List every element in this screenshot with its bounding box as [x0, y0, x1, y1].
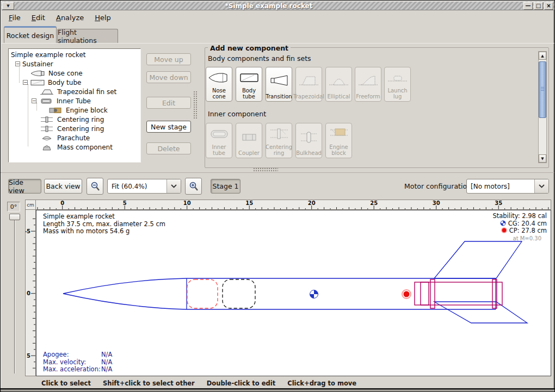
tree-item-inner-tube[interactable]: − Inner Tube — [9, 96, 140, 105]
title-bar[interactable]: ▼ *Simple example rocket — □ × — [2, 2, 554, 10]
zoom-select[interactable]: Fit (60.4%) — [107, 179, 181, 194]
elliptical-fin-icon — [326, 67, 351, 94]
scroll-down-icon[interactable]: ▼ — [539, 154, 546, 163]
palette-coupler-button[interactable]: Coupler — [236, 123, 262, 158]
tree-collapse-icon[interactable]: − — [23, 80, 28, 85]
fin-top-outline — [434, 241, 522, 278]
tree-connector — [19, 66, 20, 83]
max-velocity-label: Max. velocity: — [43, 359, 101, 366]
back-view-button[interactable]: Back view — [44, 179, 82, 194]
tree-label: Simple example rocket — [11, 51, 85, 59]
rocket-name: Simple example rocket — [43, 213, 165, 221]
tree-item-fin-set[interactable]: Trapezoidal fin set — [9, 87, 140, 96]
palette-transition-button[interactable]: Transition — [266, 67, 292, 102]
side-view-button[interactable]: Side view — [8, 179, 41, 194]
rotation-slider-track[interactable] — [14, 215, 15, 374]
menu-file[interactable]: File — [4, 12, 26, 23]
stage-1-toggle[interactable]: Stage 1 — [211, 179, 240, 194]
centering-ring-icon — [39, 125, 54, 133]
tree-item-engine-block[interactable]: Engine block — [9, 105, 140, 115]
tree-label: Nose cone — [48, 70, 83, 77]
window-menu-icon[interactable]: ▼ — [2, 2, 14, 10]
palette-body-tube-button[interactable]: Body tube — [236, 67, 262, 102]
move-up-button[interactable]: Move up — [146, 53, 191, 65]
tree-label: Trapezoidal fin set — [57, 88, 116, 96]
palette-inner-tube-button[interactable]: Inner tube — [206, 123, 232, 158]
svg-text:25: 25 — [370, 200, 378, 206]
minimize-button[interactable]: — — [523, 2, 533, 10]
tree-connector — [28, 84, 28, 146]
tree-item-nose-cone[interactable]: Nose cone — [9, 69, 140, 78]
menu-help[interactable]: Help — [90, 12, 116, 23]
tree-item-parachute[interactable]: Parachute — [9, 133, 140, 142]
palette-elliptical-button[interactable]: Elliptical — [325, 67, 352, 102]
tree-label: Mass component — [57, 144, 113, 151]
tab-rocket-design[interactable]: Rocket design — [4, 26, 57, 43]
vertical-splitter-handle[interactable] — [193, 91, 198, 119]
nose-cone-outline — [63, 278, 187, 309]
palette-launch-lug-button[interactable]: Launch lug — [384, 67, 411, 102]
tree-collapse-icon[interactable]: − — [32, 98, 36, 103]
component-tree[interactable]: Simple example rocket − Sustainer Nose c… — [8, 48, 141, 163]
palette-bulkhead-button[interactable]: Bulkhead — [295, 123, 322, 158]
maximize-button[interactable]: □ — [534, 2, 543, 10]
palette-label: Bulkhead — [296, 150, 322, 156]
scroll-up-icon[interactable]: ▲ — [539, 52, 546, 60]
page-divider — [2, 43, 554, 43]
parachute-outline — [187, 279, 218, 308]
magnifier-plus-icon — [188, 181, 199, 192]
cp-marker — [402, 290, 411, 298]
palette-nose-cone-button[interactable]: Nose cone — [206, 67, 232, 102]
palette-freeform-button[interactable]: Freeform — [355, 67, 381, 102]
palette-label: Body tube — [236, 88, 262, 99]
palette-trapezoidal-button[interactable]: Trapezoidal — [295, 67, 322, 102]
chevron-down-icon[interactable] — [166, 179, 181, 193]
menu-edit[interactable]: Edit — [27, 12, 50, 23]
palette-centering-ring-button[interactable]: Centering ring — [266, 123, 292, 158]
move-down-button[interactable]: Move down — [146, 71, 191, 83]
tree-item-rocket[interactable]: Simple example rocket — [9, 50, 140, 59]
rocket-drawing — [36, 210, 551, 376]
hint-double-click: Double-click to edit — [207, 379, 275, 387]
horizontal-splitter-handle[interactable] — [253, 167, 278, 172]
tree-item-sustainer[interactable]: − Sustainer — [9, 59, 140, 69]
tree-item-mass-component[interactable]: Mass component — [9, 142, 140, 152]
menu-analyze[interactable]: Analyze — [51, 12, 89, 23]
tree-label: Inner Tube — [57, 97, 91, 105]
nose-cone-icon — [206, 67, 232, 88]
palette-label: Freeform — [356, 94, 380, 99]
palette-engine-block-button[interactable]: Engine block — [325, 123, 352, 158]
close-button[interactable]: × — [544, 2, 553, 10]
design-summary: Simple example rocket Length 37.5 cm, ma… — [43, 213, 165, 235]
zoom-in-button[interactable] — [185, 178, 202, 195]
hint-shift-click: Shift+click to select other — [103, 379, 195, 387]
mass-component-icon — [39, 144, 54, 151]
centering-ring-outline — [492, 279, 497, 308]
tree-item-body-tube[interactable]: − Body tube — [9, 78, 140, 87]
tab-flight-simulations[interactable]: Flight simulations — [57, 29, 118, 43]
ruler-unit-label: cm — [25, 200, 36, 210]
svg-text:35: 35 — [495, 200, 502, 206]
cg-value: CG: 20.4 cm — [508, 220, 547, 227]
mach-condition: at M=0.30 — [492, 235, 547, 242]
centering-ring-outline — [430, 279, 435, 308]
coupler-icon — [236, 123, 262, 150]
tree-item-centering-ring-1[interactable]: Centering ring — [9, 115, 140, 124]
scrollbar-thumb[interactable] — [539, 61, 546, 118]
edit-button[interactable]: Edit — [146, 97, 191, 109]
svg-text:5: 5 — [123, 200, 127, 206]
tree-item-centering-ring-2[interactable]: Centering ring — [9, 124, 140, 133]
tree-label: Centering ring — [57, 125, 104, 133]
delete-button[interactable]: Delete — [146, 142, 191, 154]
apogee-label: Apogee: — [43, 351, 101, 359]
tree-label: Sustainer — [22, 60, 53, 68]
motor-configuration-select[interactable]: [No motors] — [466, 179, 549, 194]
new-stage-button[interactable]: New stage — [146, 121, 191, 133]
nose-cone-icon — [30, 70, 46, 77]
fin-set-icon — [39, 88, 54, 96]
chevron-down-icon[interactable] — [534, 179, 548, 193]
transition-icon — [266, 67, 292, 94]
zoom-out-button[interactable] — [87, 178, 103, 195]
window-bottom-border — [1, 388, 555, 392]
rotation-slider-handle[interactable] — [9, 214, 20, 220]
